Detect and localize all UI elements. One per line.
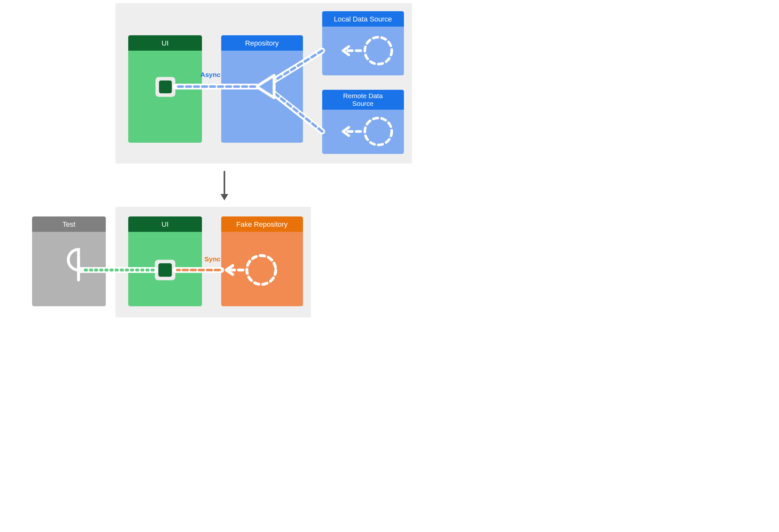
bottom-panel: Test UI Fake Repository bbox=[32, 207, 311, 317]
fake-repository-box: Fake Repository bbox=[221, 217, 303, 306]
local-data-source-box: Local Data Source bbox=[322, 11, 404, 75]
local-ds-label: Local Data Source bbox=[334, 15, 392, 23]
transition-arrow bbox=[221, 172, 228, 200]
test-label: Test bbox=[62, 220, 75, 228]
top-panel: UI Repository Local Data Source bbox=[115, 3, 412, 164]
ui-box-bottom: UI bbox=[128, 217, 202, 306]
svg-rect-34 bbox=[158, 263, 172, 277]
async-label: Async bbox=[200, 71, 221, 78]
ui-label-top: UI bbox=[162, 39, 169, 47]
repository-label: Repository bbox=[245, 39, 279, 47]
architecture-diagram: UI Repository Local Data Source bbox=[0, 0, 445, 321]
remote-ds-label-2: Source bbox=[352, 100, 374, 107]
svg-rect-5 bbox=[159, 80, 172, 93]
sync-label: Sync bbox=[204, 255, 221, 262]
fake-repo-label: Fake Repository bbox=[236, 220, 288, 228]
ui-label-bottom: UI bbox=[162, 220, 169, 228]
test-box: Test bbox=[32, 217, 106, 306]
remote-data-source-box: Remote Data Source bbox=[322, 90, 404, 154]
remote-ds-label-1: Remote Data bbox=[343, 92, 383, 100]
